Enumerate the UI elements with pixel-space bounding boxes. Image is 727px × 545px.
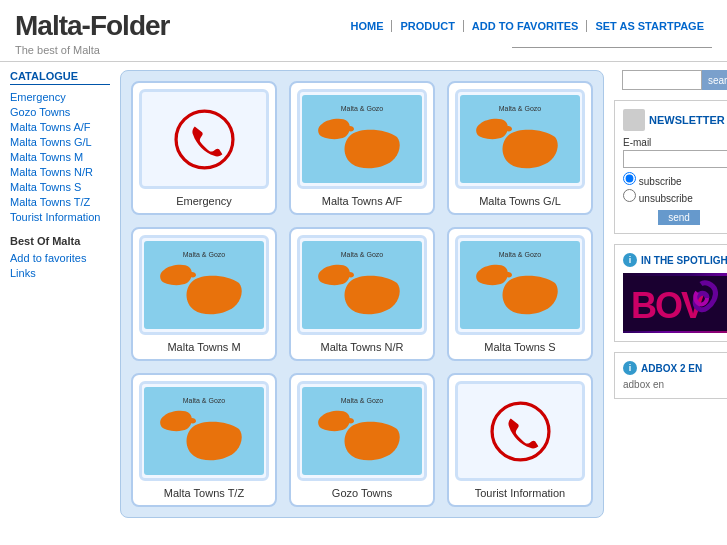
spotlight-title: IN THE SPOTLIGHT xyxy=(641,255,727,266)
email-input[interactable] xyxy=(623,150,727,168)
sidebar-link-gl[interactable]: Malta Towns G/L xyxy=(10,136,110,148)
newsletter-panel: NEWSLETTER E-mail subscribe unsubscribe … xyxy=(614,100,727,234)
grid-item-af[interactable]: Malta & Gozo Malta Towns A/F xyxy=(289,81,435,215)
map-s: Malta & Gozo xyxy=(460,241,580,329)
email-label: E-mail xyxy=(623,137,727,148)
site-title: Malta-Folder xyxy=(15,10,169,42)
adbox-icon: i xyxy=(623,361,637,375)
map-tz: Malta & Gozo xyxy=(144,387,264,475)
sidebar-link-nr[interactable]: Malta Towns N/R xyxy=(10,166,110,178)
grid-item-tz[interactable]: Malta & Gozo Malta Towns T/Z xyxy=(131,373,277,507)
sidebar-link-af[interactable]: Malta Towns A/F xyxy=(10,121,110,133)
nav-product[interactable]: PRODUCT xyxy=(392,20,463,32)
grid-label-nr: Malta Towns N/R xyxy=(321,341,404,353)
grid-item-gl[interactable]: Malta & Gozo Malta Towns G/L xyxy=(447,81,593,215)
nav-favorites[interactable]: ADD TO FAVORITES xyxy=(464,20,588,32)
adbox-content: adbox en xyxy=(623,379,727,390)
grid-label-tourist: Tourist Information xyxy=(475,487,565,499)
sidebar-link-add-favorites[interactable]: Add to favorites xyxy=(10,252,110,264)
sidebar-link-tourist[interactable]: Tourist Information xyxy=(10,211,110,223)
svg-text:Malta & Gozo: Malta & Gozo xyxy=(183,397,226,404)
phone-icon xyxy=(172,107,237,172)
map-af: Malta & Gozo xyxy=(302,95,422,183)
spotlight-panel: i IN THE SPOTLIGHT BOV xyxy=(614,244,727,342)
search-button[interactable]: search xyxy=(702,70,727,90)
sidebar-link-tz[interactable]: Malta Towns T/Z xyxy=(10,196,110,208)
svg-text:Malta & Gozo: Malta & Gozo xyxy=(341,105,384,112)
sidebar-link-gozo[interactable]: Gozo Towns xyxy=(10,106,110,118)
grid-label-tz: Malta Towns T/Z xyxy=(164,487,244,499)
grid-item-emergency[interactable]: Emergency xyxy=(131,81,277,215)
nav-startpage[interactable]: SET AS STARTPAGE xyxy=(587,20,712,32)
svg-point-15 xyxy=(492,403,549,460)
grid-label-m: Malta Towns M xyxy=(167,341,240,353)
grid-item-tourist[interactable]: Tourist Information xyxy=(447,373,593,507)
sidebar-link-links[interactable]: Links xyxy=(10,267,110,279)
map-gl: Malta & Gozo xyxy=(460,95,580,183)
newsletter-title: NEWSLETTER xyxy=(649,114,725,126)
map-gozo: Malta & Gozo xyxy=(302,387,422,475)
catalogue-title: CATALOGUE xyxy=(10,70,110,85)
map-nr: Malta & Gozo xyxy=(302,241,422,329)
svg-text:Malta & Gozo: Malta & Gozo xyxy=(183,251,226,258)
spotlight-image[interactable]: BOV xyxy=(623,273,727,333)
sidebar-link-s[interactable]: Malta Towns S xyxy=(10,181,110,193)
newsletter-icon xyxy=(623,109,645,131)
grid-item-gozo[interactable]: Malta & Gozo Gozo Towns xyxy=(289,373,435,507)
adbox-panel: i ADBOX 2 EN adbox en xyxy=(614,352,727,399)
nav-home[interactable]: HOME xyxy=(342,20,392,32)
map-m: Malta & Gozo xyxy=(144,241,264,329)
svg-text:Malta & Gozo: Malta & Gozo xyxy=(499,105,542,112)
svg-text:Malta & Gozo: Malta & Gozo xyxy=(499,251,542,258)
grid-label-gl: Malta Towns G/L xyxy=(479,195,561,207)
send-button[interactable]: send xyxy=(658,210,700,225)
grid-label-af: Malta Towns A/F xyxy=(322,195,403,207)
grid-label-gozo: Gozo Towns xyxy=(332,487,392,499)
grid-label-s: Malta Towns S xyxy=(484,341,555,353)
svg-text:Malta & Gozo: Malta & Gozo xyxy=(341,397,384,404)
unsubscribe-option[interactable]: unsubscribe xyxy=(623,189,727,204)
grid-item-s[interactable]: Malta & Gozo Malta Towns S xyxy=(447,227,593,361)
subscribe-option[interactable]: subscribe xyxy=(623,172,727,187)
spotlight-icon: i xyxy=(623,253,637,267)
sidebar-link-emergency[interactable]: Emergency xyxy=(10,91,110,103)
grid-item-nr[interactable]: Malta & Gozo Malta Towns N/R xyxy=(289,227,435,361)
grid-label-emergency: Emergency xyxy=(176,195,232,207)
search-input[interactable] xyxy=(622,70,702,90)
sidebar-link-m[interactable]: Malta Towns M xyxy=(10,151,110,163)
grid-item-m[interactable]: Malta & Gozo Malta Towns M xyxy=(131,227,277,361)
svg-text:Malta & Gozo: Malta & Gozo xyxy=(341,251,384,258)
svg-point-0 xyxy=(176,111,233,168)
adbox-title: ADBOX 2 EN xyxy=(641,363,702,374)
phone-icon-tourist xyxy=(488,399,553,464)
site-subtitle: The best of Malta xyxy=(15,44,169,56)
bestofmalta-title: Best Of Malta xyxy=(10,235,110,247)
